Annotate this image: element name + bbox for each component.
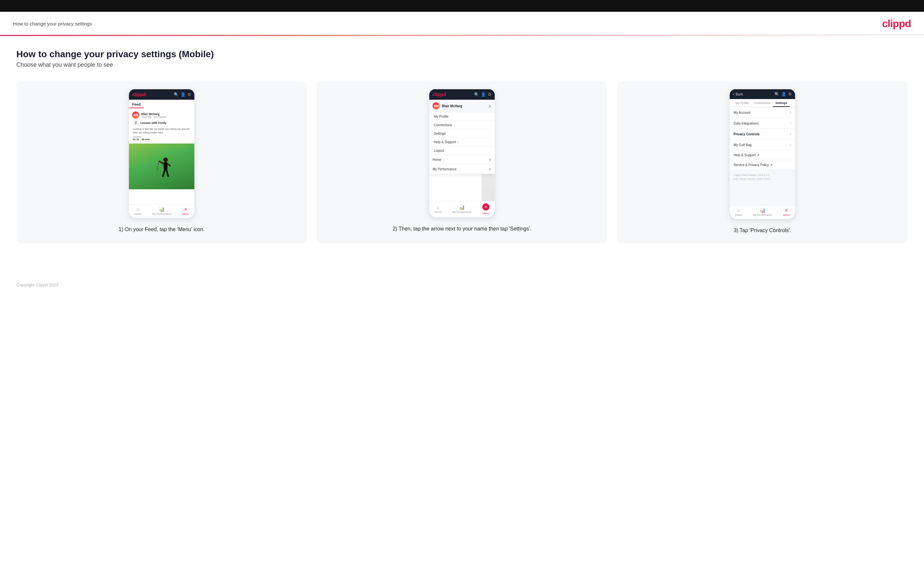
- menu-username: Blair McHarg: [442, 104, 462, 108]
- tab-connections: Connections: [751, 99, 773, 107]
- help-label: Help & Support ↗: [733, 153, 759, 157]
- page-footer: Copyright Clippd 2022: [0, 276, 924, 294]
- menu-item-settings: Settings: [429, 129, 495, 138]
- person-icon: 👤: [181, 92, 186, 97]
- feed-user: BM Blair McHarg Yesterday · Sunningdale: [132, 111, 191, 119]
- bottomnav3-menu: ≡ Menu: [783, 208, 790, 216]
- page-heading: How to change your privacy settings (Mob…: [16, 49, 908, 60]
- home-icon3: ⌂: [737, 208, 740, 213]
- menu-label2: Menu: [483, 212, 489, 215]
- feed-location: Yesterday · Sunningdale: [141, 116, 166, 118]
- step-3-card: < Back 🔍 👤 ⚙ My Profile Connections Sett…: [617, 81, 908, 243]
- step-2-phone: clippd 🔍 👤 ⚙ BM Blair McHarg: [429, 89, 495, 218]
- feed-text: Looking to feel like my hands are exitin…: [132, 127, 191, 136]
- menu-avatar: BM: [433, 102, 440, 110]
- home-label2: Home: [435, 211, 441, 213]
- footer-line2: GQL Server Version: 2022.7.30-1: [733, 177, 791, 181]
- settings-item-help: Help & Support ↗: [730, 150, 795, 160]
- feed-post: BM Blair McHarg Yesterday · Sunningdale …: [129, 110, 194, 143]
- service-privacy-label: Service & Privacy Policy ↗: [733, 163, 772, 167]
- performance-icon3: 📊: [760, 208, 765, 213]
- performance-label: My Performance: [152, 213, 171, 216]
- settings-list: My Account › Data Integrations › Privacy…: [730, 107, 795, 170]
- my-account-arrow: ›: [790, 110, 791, 115]
- search-icon3: 🔍: [774, 92, 779, 97]
- phone1-content: Feed BM Blair McHarg Yesterday · Sunning…: [129, 100, 194, 204]
- privacy-controls-arrow: ›: [790, 132, 791, 136]
- phone1-topbar: clippd 🔍 👤 ⚙: [129, 89, 194, 100]
- bottomnav-home: ⌂ Home: [134, 206, 141, 216]
- performance-label3: My Performance: [753, 213, 772, 216]
- menu-section-performance: My Performance ∨: [429, 164, 495, 174]
- steps-row: clippd 🔍 👤 ⚙ Feed BM Blair McHarg: [16, 81, 908, 243]
- golfer-svg: [156, 156, 175, 186]
- svg-line-6: [157, 161, 159, 170]
- search-icon: 🔍: [474, 92, 479, 97]
- bottomnav-performance: 📊 My Performance: [152, 206, 171, 216]
- copyright: Copyright Clippd 2022: [16, 282, 58, 287]
- home-icon2: ⌂: [437, 205, 439, 210]
- menu-section-home-chevron: ∨: [488, 157, 491, 162]
- person-icon: 👤: [481, 92, 486, 97]
- header-title: How to change your privacy settings: [13, 21, 92, 26]
- menu-section-home: Home ∨: [429, 155, 495, 164]
- settings-icon: ⚙: [187, 92, 191, 97]
- menu-icon: ≡: [184, 206, 187, 212]
- menu-dropdown: BM Blair McHarg ∧ My Profile Connections…: [429, 100, 495, 174]
- menu-user-left: BM Blair McHarg: [433, 102, 462, 110]
- step-1-card: clippd 🔍 👤 ⚙ Feed BM Blair McHarg: [16, 81, 307, 243]
- menu-section-performance-label: My Performance: [433, 168, 456, 171]
- menu-user-row: BM Blair McHarg ∧: [429, 100, 495, 113]
- step-3-phone: < Back 🔍 👤 ⚙ My Profile Connections Sett…: [730, 89, 795, 219]
- settings-item-golf-bag: My Golf Bag ›: [730, 140, 795, 150]
- top-black-bar: [0, 0, 924, 12]
- home-label3: Home: [735, 213, 742, 216]
- bottomnav2-home: ⌂ Home: [435, 205, 441, 213]
- svg-rect-1: [163, 162, 168, 169]
- svg-line-5: [166, 169, 168, 176]
- feed-lesson: 🏌 Lesson with Fordy: [132, 120, 191, 126]
- lesson-title: Lesson with Fordy: [141, 121, 166, 124]
- phone2-content: BM Blair McHarg ∧ My Profile Connections…: [429, 100, 495, 201]
- feed-duration: Duration01 hr : 30 min: [132, 136, 191, 142]
- page-header: How to change your privacy settings clip…: [0, 12, 924, 35]
- golf-bag-arrow: ›: [790, 143, 791, 147]
- tab-settings: Settings: [773, 99, 790, 107]
- step2-caption: 2) Then, tap the arrow next to your name…: [393, 225, 532, 232]
- feed-image: [129, 143, 194, 189]
- home-label: Home: [134, 213, 141, 216]
- phone2-icons: 🔍 👤 ⚙: [474, 92, 491, 97]
- logo: clippd: [882, 18, 911, 30]
- menu-label3: Menu: [783, 213, 790, 216]
- phone3-content: My Account › Data Integrations › Privacy…: [730, 107, 795, 205]
- bottomnav-menu: ≡ Menu: [182, 206, 189, 216]
- settings-item-privacy-controls: Privacy Controls ›: [730, 129, 795, 140]
- svg-point-0: [163, 158, 168, 162]
- phone2-bottomnav: ⌂ Home 📊 My Performance ✕ Menu: [429, 201, 495, 218]
- lesson-icon: 🏌: [133, 120, 139, 126]
- settings-item-data-integrations: Data Integrations ›: [730, 118, 795, 129]
- settings-item-my-account: My Account ›: [730, 107, 795, 118]
- phone2-logo: clippd: [433, 92, 446, 97]
- main-content: How to change your privacy settings (Mob…: [0, 36, 924, 276]
- privacy-controls-label: Privacy Controls: [733, 132, 759, 136]
- tab-my-profile: My Profile: [733, 99, 751, 107]
- footer-line1: Clippd Client Version: 2022.8.3-3: [733, 173, 791, 177]
- menu-item-logout: Logout: [429, 147, 495, 155]
- settings-footer: Clippd Client Version: 2022.8.3-3 GQL Se…: [730, 170, 795, 184]
- feed-avatar: BM: [132, 111, 139, 119]
- phone1-bottomnav: ⌂ Home 📊 My Performance ≡ Menu: [129, 204, 194, 218]
- step1-caption: 1) On your Feed, tap the 'Menu' icon.: [118, 226, 205, 233]
- bottomnav2-menu: ✕ Menu: [482, 203, 489, 215]
- svg-line-4: [163, 169, 165, 176]
- phone2-topbar: clippd 🔍 👤 ⚙: [429, 89, 495, 100]
- phone1-icons: 🔍 👤 ⚙: [174, 92, 191, 97]
- page-subheading: Choose what you want people to see: [16, 61, 908, 68]
- step-2-card: clippd 🔍 👤 ⚙ BM Blair McHarg: [317, 81, 607, 243]
- menu-chevron-up: ∧: [488, 103, 491, 108]
- my-account-label: My Account: [733, 111, 751, 114]
- settings-item-service-privacy: Service & Privacy Policy ↗: [730, 160, 795, 170]
- menu-item-connections: Connections: [429, 121, 495, 129]
- settings-tab-bar: My Profile Connections Settings: [730, 99, 795, 107]
- svg-line-2: [159, 161, 163, 164]
